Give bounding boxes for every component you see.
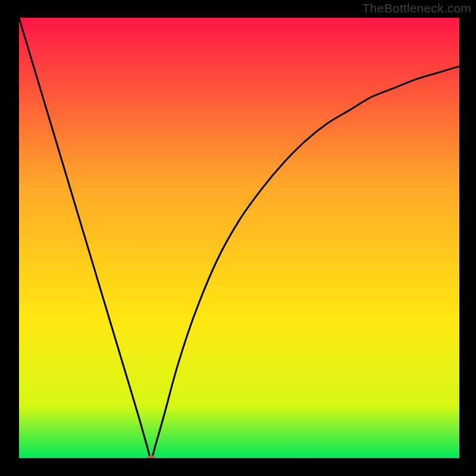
watermark-text: TheBottleneck.com [362,1,471,15]
chart-frame: TheBottleneck.com [0,0,476,476]
chart-svg [19,18,459,458]
plot-area [19,18,459,458]
